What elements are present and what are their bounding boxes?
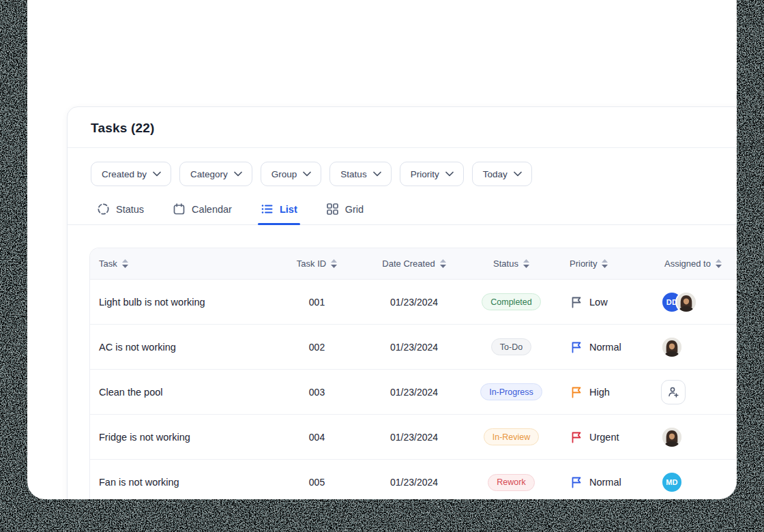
avatar-group: MD [661, 471, 683, 493]
column-label: Priority [570, 258, 597, 269]
priority-label: Normal [589, 342, 621, 353]
tab-label: Grid [345, 204, 364, 215]
table-row[interactable]: Clean the pool 003 01/23/2024 In-Progres… [90, 370, 749, 415]
table-row[interactable]: AC is not working 002 01/23/2024 To-Do N… [90, 325, 749, 370]
status-circle-icon [97, 203, 110, 216]
tasks-card: Tasks (22) Created by Category Group Sta… [67, 106, 749, 518]
card-header: Tasks (22) [68, 107, 748, 148]
cell-date-created: 01/23/2024 [356, 477, 472, 488]
cell-priority: High [550, 385, 636, 399]
column-label: Date Created [382, 258, 435, 269]
cell-assigned-to: MD [636, 471, 749, 493]
priority-label: Urgent [589, 432, 619, 443]
sort-icon [331, 259, 337, 268]
filter-label: Today [483, 169, 508, 179]
add-assignee-button[interactable] [661, 380, 686, 404]
priority-label: Low [589, 297, 608, 308]
priority-flag-icon [570, 475, 583, 489]
column-header-assigned-to[interactable]: Assigned to [636, 258, 749, 269]
filter-group[interactable]: Group [261, 162, 322, 186]
cell-task-id: 001 [278, 297, 356, 308]
cell-task: Fridge is not working [90, 432, 278, 443]
sort-icon [122, 259, 128, 268]
cell-date-created: 01/23/2024 [356, 432, 472, 443]
cell-priority: Low [550, 295, 636, 309]
filter-created-by[interactable]: Created by [91, 162, 171, 186]
priority-label: High [589, 387, 610, 398]
sort-icon [440, 259, 446, 268]
column-header-date-created[interactable]: Date Created [356, 258, 472, 269]
column-label: Task ID [297, 258, 326, 269]
view-tabs: Status Calendar List Grid [68, 197, 748, 225]
tab-status[interactable]: Status [96, 197, 145, 224]
column-label: Status [493, 258, 518, 269]
cell-assigned-to [636, 426, 749, 448]
cell-task: AC is not working [90, 342, 278, 353]
cell-status: In-Progress [472, 383, 550, 400]
cell-task-id: 002 [278, 342, 356, 353]
cell-task: Fan is not working [90, 477, 278, 488]
column-header-status[interactable]: Status [472, 258, 550, 269]
column-header-priority[interactable]: Priority [550, 258, 636, 269]
sort-icon [602, 259, 608, 268]
table-row[interactable]: Light bulb is not working 001 01/23/2024… [90, 280, 749, 325]
filter-priority[interactable]: Priority [400, 162, 464, 186]
avatar-initials: MD [661, 471, 683, 493]
tasks-table: Task Task ID Date Created Status Priorit… [89, 248, 750, 505]
table-row[interactable]: Fridge is not working 004 01/23/2024 In-… [90, 415, 749, 460]
priority-flag-icon [570, 340, 583, 354]
cell-task-id: 003 [278, 387, 356, 398]
tab-label: Calendar [192, 204, 232, 215]
filter-label: Group [271, 169, 297, 179]
avatar-photo [661, 426, 683, 448]
chevron-down-icon [514, 171, 522, 177]
cell-task: Clean the pool [90, 387, 278, 398]
cell-status: Completed [472, 293, 550, 310]
cell-priority: Normal [550, 340, 636, 354]
priority-flag-icon [570, 385, 583, 399]
tab-label: List [280, 204, 297, 215]
status-badge: To-Do [491, 338, 531, 355]
column-header-task-id[interactable]: Task ID [278, 258, 356, 269]
cell-task-id: 004 [278, 432, 356, 443]
page-title: Tasks (22) [91, 121, 725, 136]
cell-priority: Normal [550, 475, 636, 489]
priority-flag-icon [570, 295, 583, 309]
status-badge: In-Review [484, 428, 540, 445]
cell-assigned-to [636, 380, 749, 404]
cell-date-created: 01/23/2024 [356, 387, 472, 398]
sort-icon [716, 259, 722, 268]
column-header-task[interactable]: Task [90, 258, 278, 269]
list-icon [261, 203, 274, 216]
status-badge: In-Progress [480, 383, 542, 400]
chevron-down-icon [234, 171, 242, 177]
filter-category[interactable]: Category [179, 162, 252, 186]
filter-label: Category [190, 169, 228, 179]
chevron-down-icon [445, 171, 454, 177]
filter-date-today[interactable]: Today [472, 162, 532, 186]
cell-status: Rework [472, 474, 550, 491]
chevron-down-icon [153, 171, 161, 177]
cell-assigned-to [636, 336, 749, 358]
cell-date-created: 01/23/2024 [356, 297, 472, 308]
cell-priority: Urgent [550, 430, 636, 444]
tab-calendar[interactable]: Calendar [171, 197, 233, 224]
cell-task-id: 005 [278, 477, 356, 488]
table-row[interactable]: Fan is not working 005 01/23/2024 Rework… [90, 460, 749, 505]
chevron-down-icon [373, 171, 381, 177]
cell-status: In-Review [472, 428, 550, 445]
filter-label: Created by [102, 169, 147, 179]
page-background: Tasks (22) Created by Category Group Sta… [0, 0, 764, 532]
column-label: Assigned to [664, 258, 711, 269]
filter-status[interactable]: Status [329, 162, 391, 186]
avatar-photo [675, 291, 697, 313]
grid-icon [326, 203, 339, 216]
status-badge: Completed [482, 293, 540, 310]
cell-date-created: 01/23/2024 [356, 342, 472, 353]
cell-status: To-Do [472, 338, 550, 355]
tab-list[interactable]: List [259, 197, 299, 224]
tab-grid[interactable]: Grid [325, 197, 365, 224]
status-badge: Rework [488, 474, 534, 491]
avatar-group: DD [661, 291, 697, 313]
priority-flag-icon [570, 430, 583, 444]
